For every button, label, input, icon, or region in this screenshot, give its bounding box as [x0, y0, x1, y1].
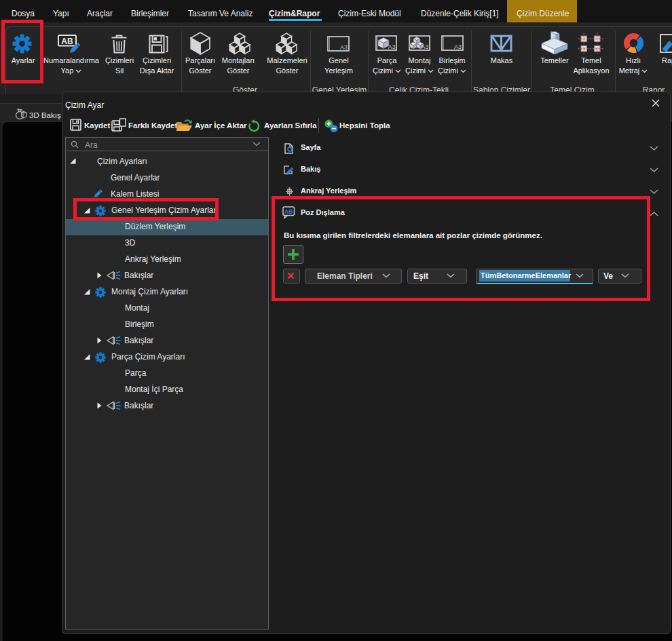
svg-text:AB: AB [61, 37, 73, 46]
svg-text:A3: A3 [454, 43, 462, 50]
svg-text:A3: A3 [340, 44, 348, 51]
